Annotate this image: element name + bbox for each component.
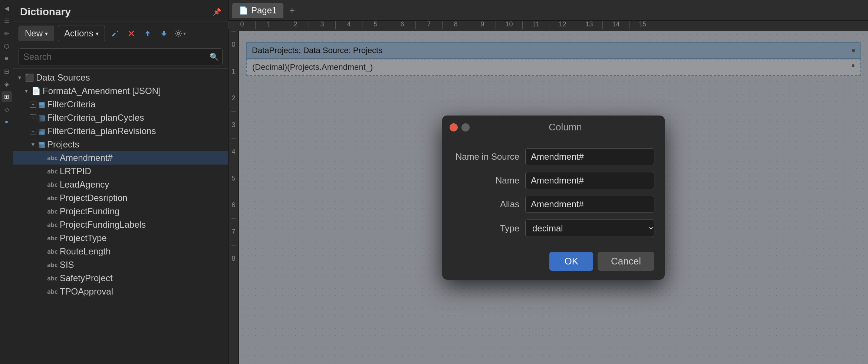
tree-label-planrevisions: FilterCriteria_planRevisions [47,126,225,136]
column-icon-routelength: abc [47,248,58,255]
new-button[interactable]: New ▾ [19,26,54,41]
ruler-tick-14: 14 [602,21,629,29]
ruler-tick-5: 5 [362,21,389,29]
column-icon-lrtpid: abc [47,168,58,175]
type-row: Type decimal string integer boolean date… [453,220,654,237]
add-tab-button[interactable]: + [285,3,299,17]
tree-item-projecttype[interactable]: abc ProjectType [13,231,228,245]
tab-bar: 📄 Page1 + [228,0,868,21]
tree-item-amendment[interactable]: abc Amendment# [13,151,228,165]
toggle-data-sources[interactable]: ▼ [16,74,23,81]
tree-item-routelength[interactable]: abc RouteLength [13,245,228,258]
toggle-filtercriteria[interactable]: + [30,101,36,108]
search-input[interactable] [19,48,223,65]
delete-icon[interactable] [125,27,138,40]
edit-icon[interactable] [109,27,121,40]
type-label: Type [453,223,519,234]
tree-item-filtercriteria[interactable]: + ▦ FilterCriteria [13,98,228,111]
sidebar-title: Dictionary [20,6,71,18]
tree-item-safetyproject[interactable]: abc SafetyProject [13,272,228,285]
tree-item-data-sources[interactable]: ▼ ⬛ Data Sources [13,71,228,84]
tree-label-tpoapproval: TPOApproval [60,286,225,297]
ruler-v-4: 4 [231,138,235,165]
activity-icon-0[interactable]: ◀ [1,3,12,13]
canvas-content[interactable]: DataProjects; Data Source: Projects ■ (D… [239,31,868,364]
toggle-amendment [39,155,45,161]
table-icon-projects: ▦ [38,140,45,149]
tab-page1-label: Page1 [251,5,277,16]
tree-item-format-a[interactable]: ▼ 📄 FormatA_Amendment [JSON] [13,84,228,98]
name-input[interactable] [525,172,654,189]
tree-item-tpoapproval[interactable]: abc TPOApproval [13,285,228,298]
folder-icon-format-a: 📄 [32,87,41,95]
tree-label-projects: Projects [47,139,225,150]
tree-label-sis: SIS [60,260,225,270]
activity-icon-7[interactable]: ⊞ [1,91,12,102]
settings-icon[interactable]: ▾ [174,27,187,40]
toggle-projectfunding [39,208,45,215]
tree-item-projects[interactable]: ▼ ▦ Projects [13,138,228,151]
window-minimize-button[interactable] [461,123,470,131]
tree-label-leadagency: LeadAgency [60,179,225,190]
toggle-projecttype [39,235,45,241]
tree-label-amendment: Amendment# [60,153,225,163]
toggle-format-a[interactable]: ▼ [23,88,30,94]
table-icon-planrevisions: ▦ [38,127,45,136]
column-icon-projecttype: abc [47,235,58,242]
activity-icon-1[interactable]: ☰ [1,16,12,26]
tree-item-plancycles[interactable]: + ▦ FilterCriteria_planCycles [13,111,228,124]
move-up-icon[interactable] [141,27,154,40]
type-select[interactable]: decimal string integer boolean date date… [525,220,654,237]
toggle-safetyproject [39,275,45,282]
tree-item-sis[interactable]: abc SIS [13,258,228,272]
move-down-icon[interactable] [158,27,170,40]
toggle-projects[interactable]: ▼ [30,141,36,148]
table-icon-filtercriteria: ▦ [38,100,45,109]
activity-icon-3[interactable]: ⬡ [1,41,12,51]
activity-icon-4[interactable]: ≡ [1,53,12,64]
tree-item-projectfundinglabels[interactable]: abc ProjectFundingLabels [13,218,228,231]
activity-icon-9[interactable]: ● [1,117,12,127]
tree-item-planrevisions[interactable]: + ▦ FilterCriteria_planRevisions [13,124,228,138]
toggle-lrtpid [39,168,45,175]
ruler-v-1: 1 [231,58,235,85]
tree-label-data-sources: Data Sources [36,72,225,83]
ruler-tick-0: 0 [228,21,255,29]
tree-item-leadagency[interactable]: abc LeadAgency [13,178,228,191]
svg-point-0 [177,32,180,35]
tree-label-format-a: FormatA_Amendment [JSON] [43,86,225,96]
search-icon[interactable]: 🔍 [210,52,219,61]
toggle-planrevisions[interactable]: + [30,128,36,134]
modal-title-bar: Column [442,116,665,139]
ruler-vertical: 0 1 2 3 4 5 6 7 8 [228,31,239,364]
new-dropdown-icon: ▾ [45,30,48,37]
tab-page1[interactable]: 📄 Page1 [232,3,283,18]
datasource-icon: ⬛ [25,73,34,82]
cancel-button[interactable]: Cancel [598,252,654,271]
activity-icon-5[interactable]: ⊟ [1,66,12,77]
activity-icon-2[interactable]: ✏ [1,28,12,39]
tree-container: ▼ ⬛ Data Sources ▼ 📄 FormatA_Amendment [… [13,69,228,364]
activity-icon-8[interactable]: ◇ [1,104,12,114]
actions-button[interactable]: Actions ▾ [58,26,105,41]
tree-item-projectdesription[interactable]: abc ProjectDesription [13,191,228,205]
activity-icon-6[interactable]: ◈ [1,79,12,89]
pin-icon[interactable]: 📌 [213,8,221,16]
alias-input[interactable] [525,196,654,213]
tree-label-routelength: RouteLength [60,246,225,257]
tree-item-projectfunding[interactable]: abc ProjectFunding [13,205,228,218]
ruler-v-5: 5 [231,165,235,192]
main-area: 📄 Page1 + 0 1 2 3 4 5 6 7 8 9 10 11 12 1… [228,0,868,364]
window-close-button[interactable] [450,123,458,131]
column-icon-projectdesription: abc [47,195,58,202]
name-in-source-input[interactable] [525,148,654,165]
ruler-tick-4: 4 [335,21,362,29]
search-bar: 🔍 [13,45,228,69]
tree-label-safetyproject: SafetyProject [60,273,225,283]
tree-item-lrtpid[interactable]: abc LRTPID [13,165,228,178]
toggle-routelength [39,248,45,255]
tree-label-plancycles: FilterCriteria_planCycles [47,113,225,123]
toggle-plancycles[interactable]: + [30,114,36,121]
ok-button[interactable]: OK [549,252,593,271]
toggle-projectdesription [39,195,45,201]
